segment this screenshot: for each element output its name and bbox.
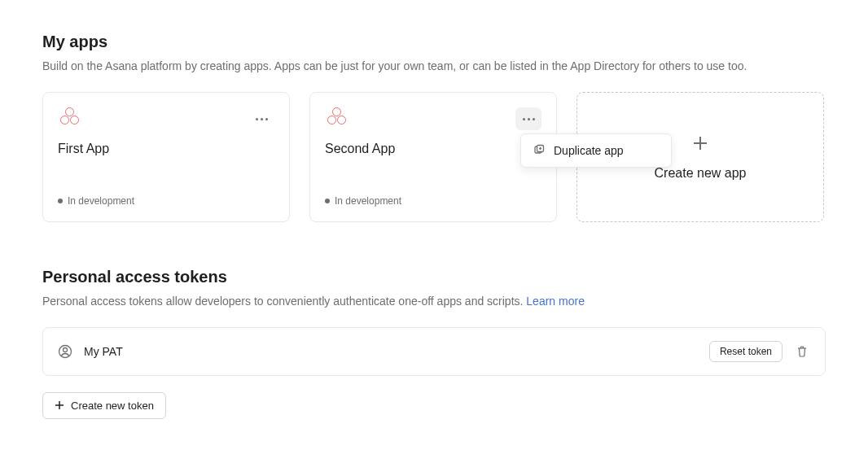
app-name: First App (58, 142, 274, 156)
more-horizontal-icon (523, 118, 535, 120)
create-new-token-button[interactable]: Create new token (42, 392, 166, 419)
app-card-header (325, 107, 541, 130)
apps-section-subtitle: Build on the Asana platform by creating … (42, 59, 826, 72)
duplicate-app-item[interactable]: Duplicate app (521, 138, 671, 164)
create-new-app-label: Create new app (655, 166, 747, 181)
pat-section-title: Personal access tokens (42, 268, 826, 286)
more-horizontal-icon (256, 118, 268, 120)
user-icon (58, 344, 72, 359)
app-status-label: In development (68, 195, 134, 207)
app-status: In development (58, 195, 274, 207)
asana-logo-icon (325, 107, 348, 129)
pat-subtitle-text: Personal access tokens allow developers … (42, 295, 526, 308)
app-status: In development (325, 195, 541, 207)
plus-icon (55, 400, 64, 412)
apps-grid: First App In development Second App (42, 92, 826, 222)
duplicate-app-label: Duplicate app (554, 144, 624, 157)
status-dot-icon (58, 199, 63, 203)
status-dot-icon (325, 199, 330, 203)
asana-logo-icon (58, 107, 81, 129)
pat-row: My PAT Reset token (42, 327, 826, 376)
reset-token-button[interactable]: Reset token (709, 341, 783, 362)
trash-icon (796, 345, 809, 358)
app-card-header (58, 107, 274, 130)
app-options-dropdown: Duplicate app (520, 133, 672, 168)
pat-section-subtitle: Personal access tokens allow developers … (42, 295, 826, 308)
delete-token-button[interactable] (794, 343, 810, 360)
create-new-token-label: Create new token (71, 400, 154, 412)
plus-icon (690, 133, 710, 153)
learn-more-link[interactable]: Learn more (526, 295, 585, 308)
app-name: Second App (325, 142, 541, 156)
app-card[interactable]: Second App In development Duplicate app (309, 92, 557, 222)
app-card[interactable]: First App In development (42, 92, 290, 222)
more-options-button[interactable] (248, 107, 274, 130)
more-options-button[interactable] (515, 107, 541, 130)
duplicate-icon (533, 144, 546, 157)
svg-point-7 (64, 348, 68, 352)
apps-section-title: My apps (42, 33, 826, 51)
pat-name: My PAT (84, 345, 698, 358)
app-status-label: In development (335, 195, 401, 207)
